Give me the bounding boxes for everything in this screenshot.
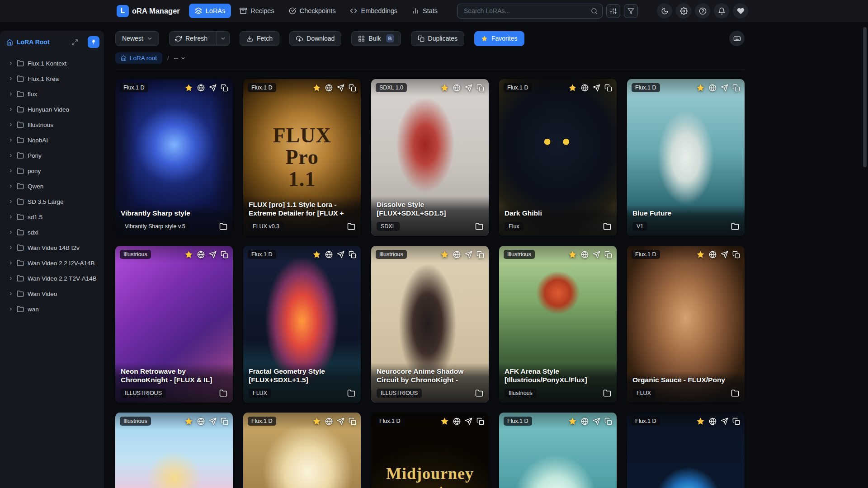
send-icon[interactable] xyxy=(465,84,472,92)
scrollbar-thumb[interactable] xyxy=(863,27,867,167)
bulk-button[interactable]: Bulk B xyxy=(351,31,401,46)
folder-tree-item[interactable]: flux xyxy=(0,86,104,102)
app-logo[interactable]: L oRA Manager xyxy=(117,5,180,17)
expand-all-button[interactable] xyxy=(69,38,81,46)
folder-tree-item[interactable]: Hunyuan Video xyxy=(0,102,104,117)
refresh-button[interactable]: Refresh xyxy=(170,32,213,46)
notifications-button[interactable] xyxy=(714,3,729,19)
favorite-star-icon[interactable] xyxy=(440,84,449,92)
favorites-filter-button[interactable]: Favorites xyxy=(474,31,524,46)
send-icon[interactable] xyxy=(337,84,344,92)
lora-card[interactable]: Illustrious xyxy=(115,413,233,488)
settings-button[interactable] xyxy=(676,3,691,19)
globe-icon[interactable] xyxy=(197,418,205,425)
globe-icon[interactable] xyxy=(325,251,333,258)
lora-card[interactable]: Flux.1 D xyxy=(243,413,361,488)
fetch-button[interactable]: Fetch xyxy=(240,31,279,46)
copy-icon[interactable] xyxy=(221,84,228,92)
copy-icon[interactable] xyxy=(604,251,612,258)
folder-tree-item[interactable]: SD 3.5 Large xyxy=(0,194,104,209)
send-icon[interactable] xyxy=(721,84,728,92)
nav-item-stats[interactable]: Stats xyxy=(406,4,443,18)
favorite-star-icon[interactable] xyxy=(568,417,577,426)
copy-icon[interactable] xyxy=(349,84,356,92)
lora-card[interactable]: FLUX Pro 1.1 Flux.1 D FLUX [pro] 1.1 Sty… xyxy=(243,79,361,236)
send-icon[interactable] xyxy=(721,418,728,425)
favorite-star-icon[interactable] xyxy=(184,250,193,259)
copy-icon[interactable] xyxy=(732,418,740,425)
favorite-star-icon[interactable] xyxy=(568,250,577,259)
folder-tree-item[interactable]: Wan Video xyxy=(0,286,104,301)
search-icon[interactable] xyxy=(591,8,598,14)
pin-sidebar-button[interactable] xyxy=(88,36,99,48)
open-folder-icon[interactable] xyxy=(219,389,227,397)
copy-icon[interactable] xyxy=(732,251,740,258)
copy-icon[interactable] xyxy=(476,251,484,258)
favorite-star-icon[interactable] xyxy=(312,250,321,259)
globe-icon[interactable] xyxy=(581,84,589,92)
globe-icon[interactable] xyxy=(453,251,461,258)
open-folder-icon[interactable] xyxy=(347,222,355,230)
folder-tree-item[interactable]: NoobAI xyxy=(0,132,104,148)
theme-toggle-button[interactable] xyxy=(657,3,672,19)
send-icon[interactable] xyxy=(209,418,217,425)
lora-card[interactable]: Flux.1 D xyxy=(627,413,745,488)
help-button[interactable] xyxy=(695,3,710,19)
favorite-star-icon[interactable] xyxy=(696,84,705,92)
sidebar-root-label[interactable]: LoRA Root xyxy=(17,38,50,46)
favorite-star-icon[interactable] xyxy=(440,250,449,259)
folder-tree-item[interactable]: Wan Video 14B t2v xyxy=(0,240,104,255)
send-icon[interactable] xyxy=(209,84,217,92)
favorite-star-icon[interactable] xyxy=(696,417,705,426)
lora-card[interactable]: Flux.1 D Organic Sauce - FLUX/Pony FLUX xyxy=(627,246,745,403)
copy-icon[interactable] xyxy=(732,84,740,92)
favorite-star-icon[interactable] xyxy=(440,417,449,426)
sort-select[interactable]: Newest xyxy=(115,31,159,46)
search-options-button[interactable] xyxy=(606,4,620,18)
folder-tree-item[interactable]: Flux.1 Krea xyxy=(0,71,104,86)
globe-icon[interactable] xyxy=(453,84,461,92)
favorite-star-icon[interactable] xyxy=(568,84,577,92)
open-folder-icon[interactable] xyxy=(475,222,483,230)
copy-icon[interactable] xyxy=(349,251,356,258)
copy-icon[interactable] xyxy=(476,84,484,92)
send-icon[interactable] xyxy=(593,251,600,258)
globe-icon[interactable] xyxy=(325,84,333,92)
refresh-split-button[interactable]: Refresh xyxy=(169,31,230,46)
lora-card[interactable]: Flux.1 D Blue Future V1 xyxy=(627,79,745,236)
lora-card[interactable]: Flux.1 D Fractal Geometry Style [FLUX+SD… xyxy=(243,246,361,403)
globe-icon[interactable] xyxy=(197,251,205,258)
favorite-star-icon[interactable] xyxy=(312,417,321,426)
folder-tree-item[interactable]: Wan Video 2.2 I2V-A14B xyxy=(0,255,104,271)
send-icon[interactable] xyxy=(337,418,344,425)
duplicates-button[interactable]: Duplicates xyxy=(411,31,464,46)
lora-card[interactable]: Illustrious AFK Arena Style [Illustrious… xyxy=(499,246,617,403)
globe-icon[interactable] xyxy=(325,418,333,425)
open-folder-icon[interactable] xyxy=(219,222,227,230)
send-icon[interactable] xyxy=(593,84,600,92)
copy-icon[interactable] xyxy=(221,251,228,258)
copy-icon[interactable] xyxy=(349,418,356,425)
globe-icon[interactable] xyxy=(581,251,589,258)
breadcrumb-current-dropdown[interactable]: -- xyxy=(174,55,186,61)
copy-icon[interactable] xyxy=(604,84,612,92)
favorite-star-icon[interactable] xyxy=(184,84,193,92)
folder-tree-item[interactable]: Qwen xyxy=(0,178,104,194)
send-icon[interactable] xyxy=(465,418,472,425)
send-icon[interactable] xyxy=(209,251,217,258)
lora-card[interactable]: Illustrious Neon Retrowave by ChronoKnig… xyxy=(115,246,233,403)
folder-tree-item[interactable]: sdxl xyxy=(0,225,104,240)
folder-tree-item[interactable]: Flux.1 Kontext xyxy=(0,56,104,71)
refresh-options-button[interactable] xyxy=(217,32,229,46)
globe-icon[interactable] xyxy=(709,84,717,92)
globe-icon[interactable] xyxy=(197,84,205,92)
open-folder-icon[interactable] xyxy=(475,389,483,397)
globe-icon[interactable] xyxy=(709,251,717,258)
favorite-star-icon[interactable] xyxy=(312,84,321,92)
open-folder-icon[interactable] xyxy=(603,222,611,230)
nav-item-checkpoints[interactable]: Checkpoints xyxy=(283,4,342,18)
lora-card[interactable]: Flux.1 D Vibrantly Sharp style Vibrantl xyxy=(115,79,233,236)
folder-tree-item[interactable]: pony xyxy=(0,163,104,178)
open-folder-icon[interactable] xyxy=(603,389,611,397)
open-folder-icon[interactable] xyxy=(347,389,355,397)
